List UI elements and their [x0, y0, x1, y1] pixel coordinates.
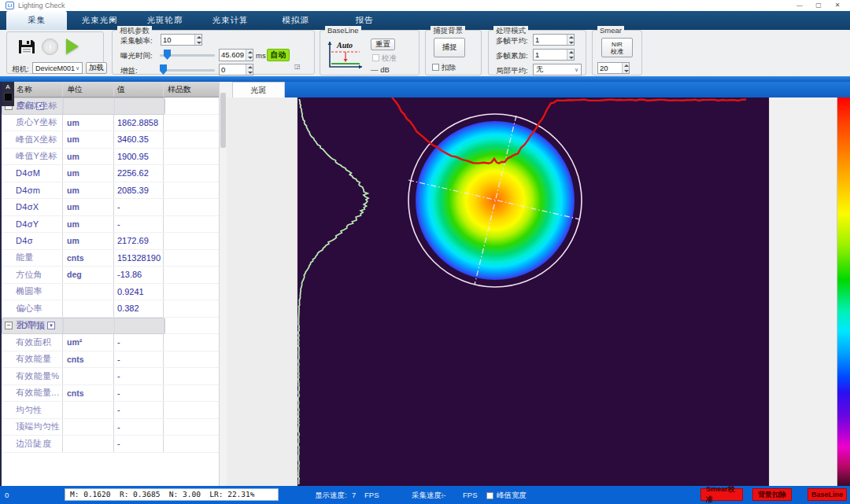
minimize-button[interactable]: — [790, 0, 809, 11]
menu-tab-capture[interactable]: 采集 [6, 11, 67, 30]
row-name: 有效面积 [16, 337, 51, 348]
multi-frame-avg-spinner[interactable]: 1 [533, 34, 575, 46]
expand-corner-icon[interactable]: ◲ [294, 63, 301, 70]
scrollbar-thumb[interactable] [220, 93, 226, 148]
capture-speed-label: 采集速度: [412, 491, 444, 501]
row-value: - [117, 405, 120, 414]
table-row[interactable]: D4σmum2085.39 [2, 182, 219, 200]
smear-calibrate-button[interactable]: Smear校准 [700, 488, 743, 501]
exposure-spinner[interactable]: 45.609 [219, 49, 253, 61]
menu-tab-simsource[interactable]: 模拟源 [263, 11, 328, 30]
row-name: D4σ [16, 236, 33, 245]
subtract-checkbox[interactable]: 扣除 [432, 63, 456, 73]
peak-width-checkbox[interactable]: 峰值宽度 [486, 491, 527, 501]
row-unit: um [67, 219, 79, 229]
table-row[interactable]: 均匀性- [2, 402, 219, 419]
row-name: 质心Y坐标 [16, 116, 57, 128]
frame-rate-spinner[interactable]: 10 [161, 34, 202, 46]
status-bar: 0 M: 0.1620 R: 0.3685 N: 3.00 LR: 22.31%… [0, 486, 850, 504]
close-button[interactable]: ✕ [828, 0, 847, 11]
exposure-slider[interactable] [160, 50, 215, 60]
menu-tab-calc[interactable]: 光束计算 [198, 11, 263, 30]
table-row[interactable]: 偏心率0.382 [2, 300, 219, 318]
baseline-db-label: — dB [371, 65, 390, 74]
table-scrollbar[interactable] [219, 82, 227, 486]
row-value: 0.382 [117, 304, 139, 313]
auto-exposure-button[interactable]: 自动 [267, 49, 290, 61]
multi-frame-acc-spinner[interactable]: 1 [533, 49, 575, 61]
table-row[interactable]: D4σYum- [2, 216, 219, 234]
table-row[interactable]: D4σum2172.69 [2, 233, 219, 250]
row-value: 2172.69 [117, 236, 149, 245]
table-row[interactable]: D4σXum- [2, 199, 219, 216]
table-row[interactable]: 方位角deg-13.86 [2, 267, 219, 284]
local-avg-label: 局部平均: [496, 66, 528, 76]
camera-params-group: 相机参数 采集帧率: 10 曝光时间: 45.609 ms 自动 增益: 0 [112, 30, 315, 75]
table-row[interactable]: 峰值X坐标um3460.35 [2, 131, 219, 149]
gain-slider[interactable] [160, 64, 215, 75]
row-unit: um [67, 118, 79, 127]
play-icon[interactable] [66, 39, 79, 54]
capture-button[interactable]: 捕捉 [434, 38, 465, 57]
local-avg-value: 无 [536, 64, 543, 75]
viewer-left-margin [227, 97, 298, 486]
maximize-button[interactable]: ▢ [809, 0, 828, 11]
camera-device-select[interactable]: DeviceM001∨ [32, 62, 83, 74]
row-name: 有效能量% [16, 370, 59, 382]
baseline-auto-label: Auto [336, 41, 353, 50]
gain-label: 增益: [120, 66, 138, 76]
beam-overlay [298, 97, 769, 486]
smear-spinner[interactable]: 20 [597, 62, 630, 74]
row-value: 151328190 [117, 253, 161, 263]
header-samples: 样品数 [164, 84, 227, 95]
multi-frame-avg-label: 多帧平均: [496, 36, 528, 46]
row-value: - [117, 388, 120, 398]
local-avg-select[interactable]: 无∨ [533, 64, 582, 75]
baseline-status-button[interactable]: BaseLine [808, 488, 847, 501]
table-row[interactable]: D4σMum2256.62 [2, 165, 219, 182]
gain-spinner[interactable]: 0 [219, 64, 253, 75]
color-swatch[interactable] [4, 93, 13, 101]
titlebar: LI Lighting Check — ▢ ✕ [0, 0, 850, 11]
row-name: 有效能量... [16, 387, 59, 399]
smear-value: 20 [598, 63, 622, 73]
row-name: 质心X坐标 [16, 100, 57, 112]
table-row[interactable]: 椭圆率0.9241 [2, 284, 219, 301]
exposure-value: 45.609 [220, 50, 246, 61]
beam-major-axis-line [408, 180, 580, 219]
pause-icon[interactable] [42, 39, 58, 55]
toolbar-divider [0, 76, 850, 82]
tab-beam-spot[interactable]: 光斑 [232, 82, 285, 97]
table-row[interactable]: 质心Y坐标um1862.8858 [2, 115, 219, 132]
baseline-reset-button[interactable]: 重置 [371, 39, 395, 50]
save-icon[interactable] [18, 39, 35, 55]
row-unit: deg [67, 270, 82, 279]
beam-image[interactable] [298, 97, 769, 486]
capture-bg-group: 捕捉背景 捕捉 扣除 [425, 30, 482, 75]
nir-calibrate-button[interactable]: NIR 校准 [601, 38, 633, 57]
smear-group: Smear NIR 校准 20 [592, 30, 642, 75]
baseline-calibrate-checkbox[interactable]: 校准 [372, 53, 397, 64]
load-button[interactable]: 加载 [86, 62, 107, 74]
beam-circle-cursor[interactable] [408, 114, 582, 287]
row-name: 峰值X坐标 [16, 134, 57, 145]
row-value: - [117, 337, 120, 347]
table-row[interactable]: 能量cnts151328190 [2, 250, 219, 267]
table-row[interactable]: 顶端均匀性- [2, 419, 219, 436]
background-subtract-button[interactable]: 背景扣除 [752, 488, 792, 501]
table-row[interactable]: 有效能量...cnts- [2, 385, 219, 403]
process-mode-group: 处理模式 多帧平均: 1 多帧累加: 1 局部平均: 无∨ [488, 30, 586, 75]
table-row[interactable]: 峰值Y坐标um1900.95 [2, 149, 219, 166]
exposure-unit: ms [256, 51, 266, 60]
table-row[interactable]: 边沿陡度- [2, 436, 219, 453]
row-name: 偏心率 [16, 303, 42, 315]
row-unit: cnts [67, 355, 84, 364]
table-row[interactable]: 有效能量cnts- [2, 351, 219, 369]
row-value: 2256.62 [117, 168, 149, 178]
row-name: 能量 [16, 252, 34, 263]
status-left-value: 0 [5, 491, 9, 499]
table-row[interactable]: 有效面积um²- [2, 334, 219, 351]
table-row[interactable]: 有效能量%- [2, 368, 219, 385]
checkbox-icon [372, 54, 379, 61]
row-value: - [117, 219, 120, 229]
